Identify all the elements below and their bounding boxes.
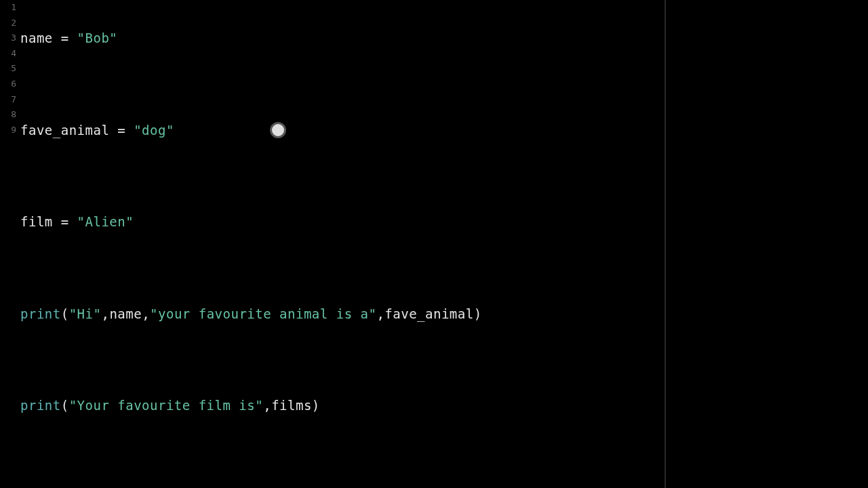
variable-token: fave_animal xyxy=(20,123,109,138)
operator-token: = xyxy=(53,214,77,230)
variable-token: fave_animal xyxy=(384,306,473,322)
variable-token: name xyxy=(20,30,53,46)
operator-token: = xyxy=(53,30,77,46)
line-number-gutter: 1 2 3 4 5 6 7 8 9 xyxy=(0,0,20,488)
operator-token: = xyxy=(109,123,134,138)
line-number: 5 xyxy=(0,61,16,77)
code-line[interactable]: print("Your favourite film is",films) xyxy=(20,398,868,413)
string-token: "Alien" xyxy=(77,214,134,230)
code-line[interactable] xyxy=(20,260,868,276)
string-token: "Your favourite film is" xyxy=(69,398,264,413)
line-number: 1 xyxy=(0,0,16,16)
string-token: "your favourite animal is a" xyxy=(150,306,376,322)
code-line[interactable] xyxy=(20,352,868,368)
code-line[interactable]: film = "Alien" xyxy=(20,214,868,230)
code-line[interactable]: name = "Bob" xyxy=(20,30,868,46)
string-token: "dog" xyxy=(134,123,174,138)
punct-token: ) xyxy=(474,306,482,322)
punct-token: , xyxy=(376,306,384,322)
line-number: 6 xyxy=(0,77,16,92)
string-token: "Hi" xyxy=(69,306,102,322)
punct-token: ( xyxy=(61,306,69,322)
code-area[interactable]: name = "Bob" fave_animal = "dog" film = … xyxy=(20,0,868,488)
variable-token: name xyxy=(109,306,142,322)
line-number: 7 xyxy=(0,92,16,108)
line-number: 3 xyxy=(0,30,16,46)
function-token: print xyxy=(20,306,61,322)
variable-token: film xyxy=(20,214,53,230)
code-line[interactable] xyxy=(20,169,868,184)
code-line[interactable] xyxy=(20,77,868,92)
variable-token: films xyxy=(271,398,312,413)
line-number: 4 xyxy=(0,46,16,62)
string-token: "Bob" xyxy=(77,30,118,46)
code-editor[interactable]: 1 2 3 4 5 6 7 8 9 name = "Bob" fave_anim… xyxy=(0,0,868,488)
function-token: print xyxy=(20,398,61,413)
punct-token: , xyxy=(263,398,271,413)
line-number: 8 xyxy=(0,107,16,123)
code-line[interactable]: fave_animal = "dog" xyxy=(20,123,868,138)
punct-token: , xyxy=(101,306,109,322)
cursor-icon xyxy=(270,122,286,138)
code-line[interactable]: print("Hi",name,"your favourite animal i… xyxy=(20,306,868,322)
punct-token: ) xyxy=(312,398,320,413)
punct-token: ( xyxy=(61,398,69,413)
line-number: 9 xyxy=(0,123,16,138)
scrollbar-track[interactable] xyxy=(665,0,666,488)
punct-token: , xyxy=(142,306,150,322)
line-number: 2 xyxy=(0,16,16,31)
